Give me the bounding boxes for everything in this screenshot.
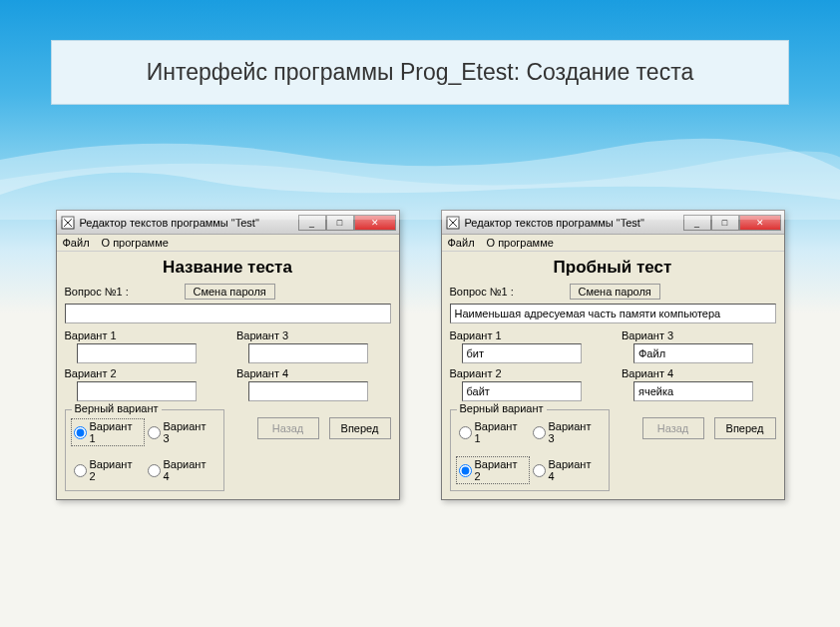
variant1-label: Вариант 1 <box>450 329 605 341</box>
variant4-label: Вариант 4 <box>622 367 776 379</box>
menu-file[interactable]: Файл <box>63 237 90 249</box>
titlebar-text: Редактор текстов программы "Test" <box>80 217 298 229</box>
titlebar[interactable]: Редактор текстов программы "Test" _ □ ✕ <box>57 211 399 235</box>
variant3-input[interactable] <box>248 343 368 363</box>
decorative-wave <box>0 120 840 220</box>
variant3-label: Вариант 3 <box>236 329 391 341</box>
menubar: Файл О программе <box>442 235 784 252</box>
correct-legend: Верный вариант <box>457 402 547 414</box>
forward-button[interactable]: Вперед <box>714 417 776 439</box>
question-label: Вопрос №1 : <box>450 286 520 298</box>
variant2-input[interactable] <box>462 381 582 401</box>
variant1-label: Вариант 1 <box>65 329 219 341</box>
radio-variant2[interactable]: Вариант 2 <box>74 458 142 482</box>
variant4-input[interactable] <box>633 381 753 401</box>
menu-file[interactable]: Файл <box>448 237 475 249</box>
app-icon <box>445 215 461 231</box>
back-button[interactable]: Назад <box>642 417 704 439</box>
correct-variant-group: Верный вариант Вариант 1 Вариант 3 Вариа… <box>65 409 224 491</box>
correct-variant-group: Верный вариант Вариант 1 Вариант 3 Вариа… <box>450 409 610 491</box>
close-button[interactable]: ✕ <box>739 215 781 231</box>
editor-window-left: Редактор текстов программы "Test" _ □ ✕ … <box>56 210 400 500</box>
close-button[interactable]: ✕ <box>354 215 396 231</box>
radio-variant2[interactable]: Вариант 2 <box>456 456 530 484</box>
back-button[interactable]: Назад <box>257 417 319 439</box>
menubar: Файл О программе <box>57 235 399 252</box>
radio-variant4[interactable]: Вариант 4 <box>148 458 215 482</box>
slide-title: Интерфейс программы Prog_Etest: Создание… <box>51 40 789 105</box>
change-password-button[interactable]: Смена пароля <box>185 284 275 300</box>
variant4-input[interactable] <box>248 381 368 401</box>
variant1-input[interactable] <box>77 343 197 363</box>
titlebar[interactable]: Редактор текстов программы "Test" _ □ ✕ <box>442 211 784 235</box>
question-input[interactable] <box>450 304 776 323</box>
app-icon <box>60 215 76 231</box>
variant4-label: Вариант 4 <box>236 367 391 379</box>
editor-window-right: Редактор текстов программы "Test" _ □ ✕ … <box>441 210 785 500</box>
test-title: Название теста <box>65 258 391 278</box>
menu-about[interactable]: О программе <box>487 237 554 249</box>
radio-variant3[interactable]: Вариант 3 <box>148 420 215 444</box>
variant2-label: Вариант 2 <box>450 367 605 379</box>
variant3-input[interactable] <box>633 343 753 363</box>
minimize-button[interactable]: _ <box>683 215 711 231</box>
change-password-button[interactable]: Смена пароля <box>570 284 660 300</box>
radio-variant1[interactable]: Вариант 1 <box>71 418 145 446</box>
question-input[interactable] <box>65 304 391 323</box>
forward-button[interactable]: Вперед <box>329 417 391 439</box>
radio-variant1[interactable]: Вариант 1 <box>459 420 527 444</box>
variant2-input[interactable] <box>77 381 197 401</box>
variant2-label: Вариант 2 <box>65 367 219 379</box>
test-title: Пробный тест <box>450 258 776 278</box>
maximize-button[interactable]: □ <box>326 215 354 231</box>
minimize-button[interactable]: _ <box>298 215 326 231</box>
maximize-button[interactable]: □ <box>711 215 739 231</box>
correct-legend: Верный вариант <box>72 402 162 414</box>
variant3-label: Вариант 3 <box>622 329 776 341</box>
titlebar-text: Редактор текстов программы "Test" <box>465 217 683 229</box>
radio-variant4[interactable]: Вариант 4 <box>533 458 601 482</box>
menu-about[interactable]: О программе <box>102 237 169 249</box>
radio-variant3[interactable]: Вариант 3 <box>533 420 601 444</box>
variant1-input[interactable] <box>462 343 582 363</box>
question-label: Вопрос №1 : <box>65 286 135 298</box>
